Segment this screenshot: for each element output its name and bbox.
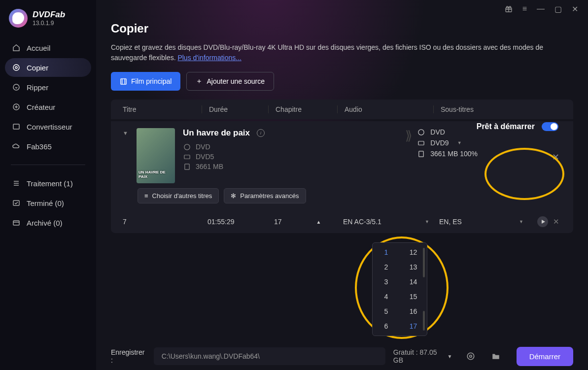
subtitle-dropdown[interactable]: EN, ES ▼ [439,218,523,226]
plus-icon: ＋ [196,77,203,86]
disc-small-icon [183,153,191,161]
bottom-bar: Enregistrer : C:\Users\kun.wang\.DVDFab6… [96,342,588,370]
output-disc-value: DVD9 [430,139,449,147]
row-close-icon[interactable]: ✕ [553,217,559,226]
sidebar-item-label: Archivé (0) [27,219,63,227]
film-icon [120,78,127,85]
dropdown-scrollbar[interactable] [423,311,425,331]
output-type: DVD [430,128,445,136]
info-icon[interactable]: i [257,129,265,137]
menu-icon[interactable]: ≡ [522,4,527,13]
free-space-text: Gratuit : 87.05 GB [393,348,445,364]
chevron-down-icon[interactable]: ▼ [447,354,452,359]
svg-rect-11 [184,164,189,169]
save-path-input[interactable]: C:\Users\kun.wang\.DVDFab64\ [154,347,385,365]
enable-toggle[interactable] [542,122,558,131]
poster-caption: UN HAVRE DE PAIX [138,170,175,179]
sidebar-item-processing[interactable]: Traitement (1) [5,174,91,193]
chapter-option[interactable]: 3 [373,274,400,289]
horizontal-scrollbar[interactable] [111,317,573,320]
svg-point-9 [184,144,189,149]
movie-card: Prêt à démarrer ✕ ▼ UN HAVRE DE PAIX Un … [111,121,573,210]
preview-play-button[interactable] [537,216,548,227]
dropdown-scrollbar[interactable] [423,248,425,277]
maximize-icon[interactable]: ▢ [554,4,562,14]
main-movie-button[interactable]: Film principal [111,72,180,91]
gift-icon[interactable] [505,5,513,13]
button-label: Paramètres avancés [240,192,299,200]
add-source-button[interactable]: ＋ Ajouter une source [186,72,274,91]
more-info-link[interactable]: Plus d'informations... [177,54,242,62]
output-disc-dropdown[interactable]: DVD9 ▼ [417,139,478,147]
folder-target-icon[interactable] [490,350,502,363]
sidebar-item-converter[interactable]: Convertisseur [5,117,91,136]
cloud-icon [12,142,21,151]
close-icon[interactable]: ✕ [572,4,578,14]
chapter-option[interactable]: 5 [373,304,400,319]
button-label: Film principal [131,77,172,85]
main-area: ≡ — ▢ ✕ Copier Copiez et gravez des disq… [96,0,588,370]
sidebar-item-archived[interactable]: Archivé (0) [5,213,91,232]
chapter-option[interactable]: 2 [373,260,400,274]
remove-source-icon[interactable]: ✕ [552,152,559,163]
source-type: DVD [196,143,210,151]
th-duration: Durée [202,105,268,113]
audio-value: EN AC-3/5.1 [343,218,381,226]
page-title: Copier [111,22,573,35]
table-header: Titre Durée Chapitre Audio Sous-titres [111,100,573,119]
sidebar-item-ripper[interactable]: Ripper [5,78,91,97]
sidebar-item-label: Terminé (0) [27,199,64,207]
title-detail-row: 7 01:55:29 17 ▲ EN AC-3/5.1 ▼ EN, ES ▼ [111,210,573,233]
sidebar-item-creator[interactable]: Créateur [5,98,91,116]
minimize-icon[interactable]: — [537,4,545,13]
th-subtitles: Sous-titres [433,105,561,113]
converter-icon [12,122,21,131]
advanced-params-button[interactable]: ✻ Paramètres avancés [224,188,306,203]
app-logo-icon [9,9,28,28]
chapter-option[interactable]: 6 [373,319,400,334]
expand-caret-icon[interactable]: ▼ [123,128,129,136]
brand-name: DVDFab [33,10,65,20]
chapter-option[interactable]: 15 [400,289,427,304]
sidebar-item-home[interactable]: Accueil [5,38,91,57]
svg-rect-13 [418,141,424,145]
svg-rect-8 [121,78,126,84]
th-chapter: Chapitre [268,105,337,113]
logo-area: DVDFab 13.0.1.9 [5,9,91,28]
gear-icon: ✻ [231,192,236,200]
chapter-option[interactable]: 1 [373,245,400,260]
sidebar-item-label: Créateur [27,103,55,111]
disc-icon [12,63,21,72]
source-disc: DVD5 [196,153,214,161]
subtitle-value: EN, ES [439,218,462,226]
sidebar-item-copy[interactable]: Copier [5,58,91,77]
list-icon [12,179,21,188]
play-icon [542,220,545,224]
source-size: 3661 MB [196,163,223,170]
svg-point-1 [15,67,17,68]
size-out-icon [417,150,425,158]
sidebar-item-label: Copier [27,64,48,72]
chapter-option[interactable]: 4 [373,289,400,304]
start-button[interactable]: Démarrer [517,347,573,366]
sidebar-item-label: Accueil [27,44,50,52]
th-title: Titre [123,105,202,113]
sidebar-item-done[interactable]: Terminé (0) [5,194,91,212]
brand-version: 13.0.1.9 [33,20,65,27]
audio-dropdown[interactable]: EN AC-3/5.1 ▼ [343,218,439,226]
titlebar: ≡ — ▢ ✕ [96,0,588,18]
choose-other-titles-button[interactable]: ≡ Choisir d'autres titres [138,188,219,203]
page-description: Copiez et gravez des disques DVD/Blu-ray… [111,42,564,63]
svg-rect-10 [184,155,189,159]
chevron-down-icon: ▼ [457,140,462,145]
iso-target-icon[interactable] [465,350,477,363]
sidebar-item-fab365[interactable]: Fab365 [5,137,91,156]
chapter-dropdown-toggle[interactable]: ▲ [316,219,321,225]
sidebar-item-label: Ripper [27,83,48,92]
chevron-down-icon: ▼ [519,219,523,224]
sidebar-item-label: Fab365 [27,142,52,151]
creator-icon [12,102,21,111]
sidebar-divider [11,165,85,165]
archive-icon [12,218,21,227]
iso-icon [183,143,191,151]
